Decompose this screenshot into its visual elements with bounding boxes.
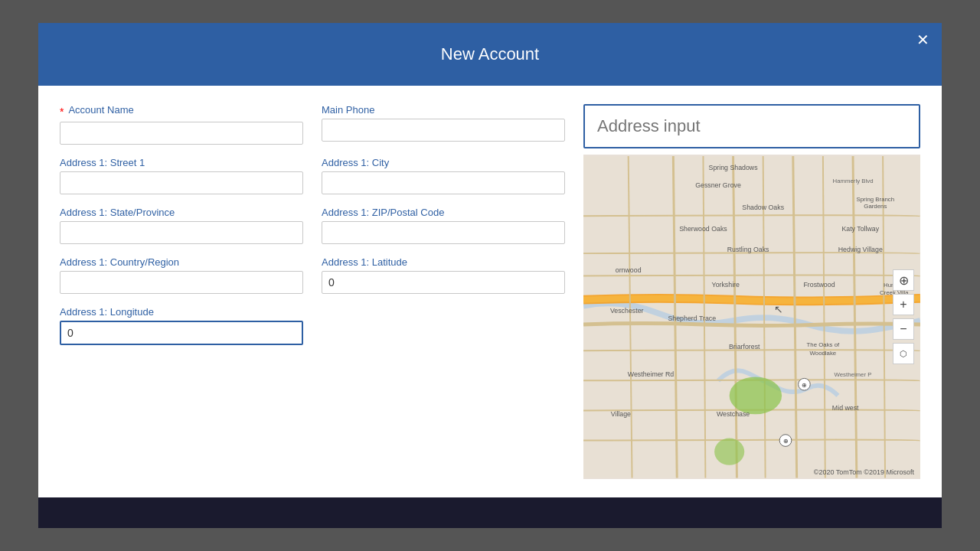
country-input[interactable]: [60, 271, 303, 294]
latitude-input[interactable]: [322, 271, 565, 294]
modal-body: * Account Name Main Phone Address 1: Str…: [38, 86, 942, 497]
row-country-lat: Address 1: Country/Region Address 1: Lat…: [60, 256, 565, 294]
map-container: ⊕ ⊕ Spring Shadows Gessner Grove Hammerl…: [583, 155, 920, 479]
svg-text:Gessner Grove: Gessner Grove: [695, 181, 741, 189]
row-account-phone: * Account Name Main Phone: [60, 104, 565, 145]
state-label: Address 1: State/Province: [60, 207, 303, 218]
longitude-group: Address 1: Longitude: [60, 306, 303, 345]
address-input[interactable]: [583, 104, 920, 148]
svg-point-2: [714, 439, 744, 465]
compass-button[interactable]: ⊕: [893, 269, 914, 291]
svg-text:⊕: ⊕: [783, 438, 789, 445]
zoom-in-button[interactable]: +: [893, 294, 914, 315]
row-street-city: Address 1: Street 1 Address 1: City: [60, 157, 565, 194]
main-phone-group: Main Phone: [322, 104, 565, 145]
svg-text:Woodlake: Woodlake: [810, 350, 837, 357]
account-name-group: * Account Name: [60, 104, 303, 145]
svg-text:Shepherd Trace: Shepherd Trace: [668, 315, 716, 322]
svg-text:Spring Shadows: Spring Shadows: [709, 164, 759, 171]
map-section: ⊕ ⊕ Spring Shadows Gessner Grove Hammerl…: [583, 104, 920, 479]
state-group: Address 1: State/Province: [60, 207, 303, 244]
city-label: Address 1: City: [322, 157, 565, 168]
svg-text:Hammerly Blvd: Hammerly Blvd: [833, 178, 874, 184]
svg-text:Mid west: Mid west: [832, 404, 859, 412]
svg-text:Village: Village: [611, 410, 631, 418]
svg-text:Hedwig Village: Hedwig Village: [838, 246, 883, 253]
svg-text:Westheimer Rd: Westheimer Rd: [628, 370, 675, 378]
latitude-label: Address 1: Latitude: [322, 256, 565, 268]
svg-text:Yorkshire: Yorkshire: [712, 281, 740, 289]
svg-text:ornwood: ornwood: [616, 266, 642, 274]
svg-text:Westheimer P: Westheimer P: [835, 371, 872, 378]
street1-label: Address 1: Street 1: [60, 157, 303, 168]
required-indicator: *: [60, 106, 64, 118]
zip-group: Address 1: ZIP/Postal Code: [322, 207, 565, 244]
svg-text:Shadow Oaks: Shadow Oaks: [742, 204, 784, 211]
row-state-zip: Address 1: State/Province Address 1: ZIP…: [60, 207, 565, 244]
main-phone-input[interactable]: [322, 119, 565, 142]
new-account-modal: New Account ✕ * Account Name Main Phone: [38, 23, 942, 528]
longitude-input[interactable]: [60, 321, 303, 345]
longitude-label: Address 1: Longitude: [60, 306, 303, 318]
svg-text:Spring Branch: Spring Branch: [857, 196, 895, 203]
zoom-out-button[interactable]: −: [893, 318, 914, 340]
svg-text:Briarforest: Briarforest: [729, 343, 760, 350]
svg-text:Veschester: Veschester: [610, 307, 644, 315]
close-button[interactable]: ✕: [916, 32, 929, 47]
city-group: Address 1: City: [322, 157, 565, 194]
svg-text:Katy Tollway: Katy Tollway: [841, 225, 879, 233]
svg-text:Sherwood Oaks: Sherwood Oaks: [679, 225, 727, 233]
main-phone-label: Main Phone: [322, 104, 565, 116]
map-attribution: ©2020 TomTom ©2019 Microsoft: [814, 468, 914, 476]
form-section: * Account Name Main Phone Address 1: Str…: [60, 104, 565, 479]
modal-header: New Account ✕: [38, 23, 942, 86]
modal-title: New Account: [441, 44, 539, 64]
account-name-label: Account Name: [68, 104, 133, 116]
map-controls: ⊕ + − ⬡: [893, 269, 914, 364]
svg-point-1: [730, 377, 782, 414]
street1-input[interactable]: [60, 171, 303, 194]
svg-text:Frostwood: Frostwood: [803, 281, 835, 289]
svg-text:⊕: ⊕: [802, 382, 807, 389]
svg-text:Gardens: Gardens: [864, 203, 887, 210]
map-settings-button[interactable]: ⬡: [893, 343, 914, 364]
svg-text:Westchase: Westchase: [717, 410, 750, 418]
svg-text:The Oaks of: The Oaks of: [807, 341, 840, 348]
svg-text:↖: ↖: [774, 304, 783, 315]
account-name-input[interactable]: [60, 122, 303, 145]
zip-label: Address 1: ZIP/Postal Code: [322, 207, 565, 218]
state-input[interactable]: [60, 221, 303, 244]
svg-text:Rustling Oaks: Rustling Oaks: [727, 246, 769, 253]
row-longitude: Address 1: Longitude: [60, 306, 565, 345]
country-label: Address 1: Country/Region: [60, 256, 303, 268]
latitude-group: Address 1: Latitude: [322, 256, 565, 294]
city-input[interactable]: [322, 171, 565, 194]
street1-group: Address 1: Street 1: [60, 157, 303, 194]
zip-input[interactable]: [322, 221, 565, 244]
country-group: Address 1: Country/Region: [60, 256, 303, 294]
